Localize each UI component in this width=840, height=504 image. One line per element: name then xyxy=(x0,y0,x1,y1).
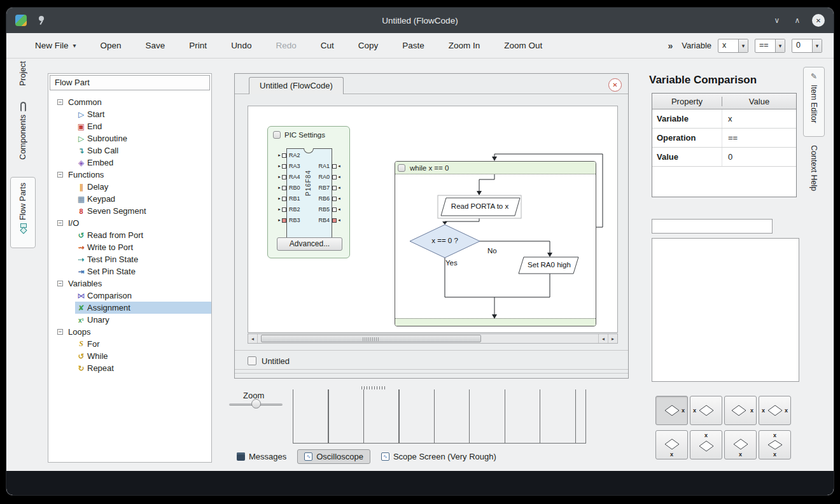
sidebar-tab-item-editor[interactable]: Item Editor xyxy=(803,67,825,137)
orientation-button-2[interactable] xyxy=(690,396,722,425)
advanced-button[interactable]: Advanced... xyxy=(277,237,342,251)
scrollbar-track[interactable] xyxy=(258,334,598,343)
scroll-left-icon[interactable] xyxy=(248,334,258,343)
column-header-property[interactable]: Property xyxy=(652,97,722,106)
decision-block[interactable]: x == 0 ? xyxy=(411,237,479,244)
tree-item-subroutine[interactable]: Subroutine xyxy=(48,132,211,144)
zoom-in-button[interactable]: Zoom In xyxy=(437,41,493,50)
tab-messages[interactable]: Messages xyxy=(234,450,289,463)
variable-combobox[interactable]: x xyxy=(718,39,748,53)
tree-item-while[interactable]: While xyxy=(48,350,211,362)
tree-item-write-to-port[interactable]: Write to Port xyxy=(48,241,211,253)
orientation-button-4[interactable] xyxy=(759,396,791,425)
tree-item-keypad[interactable]: Keypad xyxy=(48,193,211,205)
orientation-button-1[interactable] xyxy=(655,396,688,425)
value-cell[interactable]: 0 xyxy=(722,152,796,162)
tree-item-sub-call[interactable]: Sub Call xyxy=(48,144,211,157)
open-button[interactable]: Open xyxy=(88,41,134,50)
sidebar-tab-flow-parts[interactable]: Flow Parts xyxy=(10,177,36,248)
tree-group-variables[interactable]: Variables xyxy=(48,277,211,290)
pin-square[interactable] xyxy=(282,218,286,223)
dropdown-caret-icon[interactable] xyxy=(775,39,785,52)
copy-button[interactable]: Copy xyxy=(346,41,391,50)
sidebar-tab-project[interactable]: Project xyxy=(10,61,36,98)
grip-icon[interactable] xyxy=(273,131,281,139)
tree-item-test-pin-state[interactable]: Test Pin State xyxy=(48,253,211,265)
orientation-button-6[interactable] xyxy=(690,430,722,459)
document-tab[interactable]: Untitled (FlowCode) xyxy=(249,77,344,94)
sidebar-tab-context-help[interactable]: Context Help xyxy=(803,145,825,215)
collapse-icon[interactable] xyxy=(57,172,63,178)
pin-square[interactable] xyxy=(282,175,286,179)
tree-group-functions[interactable]: Functions xyxy=(48,169,211,181)
shade-icon[interactable] xyxy=(771,15,783,26)
tab-scope-screen[interactable]: Scope Screen (Very Rough) xyxy=(379,450,499,463)
tree-item-read-from-port[interactable]: Read from Port xyxy=(48,229,211,241)
dropdown-caret-icon[interactable] xyxy=(812,39,822,52)
tree-group-loops[interactable]: Loops xyxy=(48,326,211,338)
paste-button[interactable]: Paste xyxy=(390,41,437,50)
orientation-button-3[interactable] xyxy=(724,396,757,425)
pin-square[interactable] xyxy=(332,218,337,223)
read-porta-block[interactable]: Read PORTA to x xyxy=(439,202,521,210)
tree-item-for[interactable]: For xyxy=(48,338,211,350)
flowchart-canvas[interactable]: PIC Settings P16F84 RA2 RA3 RA4 RB0 RB1 … xyxy=(248,106,618,333)
print-button[interactable]: Print xyxy=(177,41,219,50)
dropdown-caret-icon[interactable] xyxy=(738,39,748,52)
pin-square[interactable] xyxy=(332,186,337,190)
collapse-icon[interactable] xyxy=(57,220,63,226)
tree-group-io[interactable]: I/O xyxy=(48,217,211,229)
orientation-button-7[interactable] xyxy=(724,430,757,459)
pin-square[interactable] xyxy=(282,164,286,169)
undo-button[interactable]: Undo xyxy=(219,41,263,50)
rollup-icon[interactable] xyxy=(792,15,803,26)
horizontal-scrollbar[interactable] xyxy=(248,333,618,344)
tree-item-start[interactable]: Start xyxy=(48,108,211,120)
operation-combobox[interactable]: == xyxy=(755,39,785,53)
redo-button[interactable]: Redo xyxy=(263,41,308,50)
close-icon[interactable] xyxy=(812,14,825,27)
tree-item-assignment[interactable]: Assignment xyxy=(48,302,211,314)
scroll-left-icon[interactable] xyxy=(598,334,608,343)
tree-item-unary[interactable]: Unary xyxy=(48,314,211,326)
collapse-icon[interactable] xyxy=(57,281,63,286)
pin-square[interactable] xyxy=(282,207,286,212)
tree-group-common[interactable]: Common xyxy=(48,96,211,108)
pin-square[interactable] xyxy=(332,164,337,169)
pin-square[interactable] xyxy=(282,197,286,201)
grip-icon[interactable] xyxy=(398,164,405,172)
macro-tab-label[interactable]: Untitled xyxy=(262,356,290,366)
cut-button[interactable]: Cut xyxy=(309,41,346,50)
orientation-button-5[interactable] xyxy=(655,430,688,459)
sidebar-tab-components[interactable]: Components xyxy=(10,102,36,168)
collapse-icon[interactable] xyxy=(57,99,63,105)
pin-square[interactable] xyxy=(282,153,286,158)
tree-item-set-pin-state[interactable]: Set Pin State xyxy=(48,265,211,277)
item-editor-listbox[interactable] xyxy=(652,238,799,382)
pic-settings-panel[interactable]: PIC Settings P16F84 RA2 RA3 RA4 RB0 RB1 … xyxy=(267,126,350,258)
item-editor-input[interactable] xyxy=(652,219,773,234)
overflow-icon[interactable] xyxy=(668,41,673,51)
tree-item-embed[interactable]: Embed xyxy=(48,157,211,169)
set-ra0-block[interactable]: Set RA0 high xyxy=(521,261,578,269)
value-combobox[interactable]: 0 xyxy=(792,39,822,53)
zoom-slider-handle[interactable] xyxy=(251,399,261,409)
pin-square[interactable] xyxy=(282,186,286,190)
zoom-out-button[interactable]: Zoom Out xyxy=(492,41,554,50)
pin-square[interactable] xyxy=(332,207,337,212)
tree-item-delay[interactable]: Delay xyxy=(48,181,211,193)
value-cell[interactable]: x xyxy=(722,114,796,123)
pin-square[interactable] xyxy=(332,175,337,179)
column-header-value[interactable]: Value xyxy=(722,97,796,106)
tree-item-end[interactable]: End xyxy=(48,120,211,132)
tree-item-seven-segment[interactable]: Seven Segment xyxy=(48,205,211,217)
document-close-icon[interactable] xyxy=(608,78,622,92)
new-file-button[interactable]: New File xyxy=(23,41,88,50)
orientation-button-8[interactable] xyxy=(759,430,791,459)
value-cell[interactable]: == xyxy=(722,133,796,143)
tree-item-comparison[interactable]: Comparison xyxy=(48,290,211,302)
tab-oscilloscope[interactable]: Oscilloscope xyxy=(297,449,370,464)
collapse-icon[interactable] xyxy=(57,329,63,335)
pin-square[interactable] xyxy=(332,197,337,201)
tree-item-repeat[interactable]: Repeat xyxy=(48,362,211,374)
